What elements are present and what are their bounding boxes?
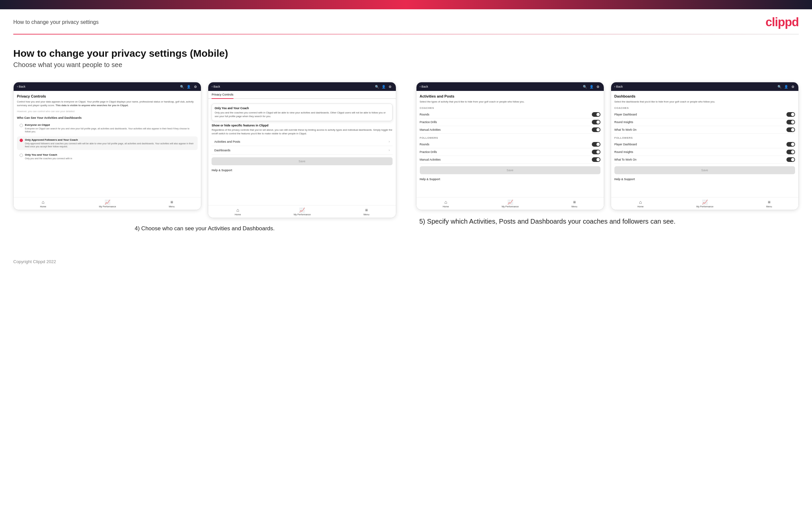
nav-activities-2[interactable]: Activities and Posts › [211, 137, 392, 146]
nav-performance-3[interactable]: 📈 My Performance [502, 200, 519, 208]
toggle-round-insights-followers-4: Round Insights [614, 148, 795, 156]
nav-home-4[interactable]: ⌂ Home [637, 200, 644, 208]
profile-icon-1[interactable]: 👤 [186, 84, 191, 89]
home-label-3: Home [443, 206, 449, 208]
breadcrumb: How to change your privacy settings [13, 19, 99, 25]
nav-menu-1[interactable]: ≡ Menu [169, 200, 175, 208]
profile-icon-3[interactable]: 👤 [589, 84, 594, 89]
nav-performance-1[interactable]: 📈 My Performance [99, 200, 116, 208]
toggle-manual-followers-switch-3[interactable] [592, 157, 601, 162]
option-everyone[interactable]: Everyone on Clippd Everyone on Clippd ca… [17, 121, 198, 135]
phone-bottom-nav-2: ⌂ Home 📈 My Performance ≡ Menu [208, 205, 396, 218]
search-icon-4[interactable]: 🔍 [777, 84, 782, 89]
dashboards-label-2: Dashboards [214, 149, 231, 152]
option-approved[interactable]: Only Approved Followers and Your Coach O… [17, 136, 198, 150]
performance-label-1: My Performance [99, 206, 116, 208]
screen3-col: ‹ Back 🔍 👤 ⚙ Activities and Posts Select… [416, 82, 604, 210]
phone-bottom-nav-1: ⌂ Home 📈 My Performance ≡ Menu [14, 197, 201, 210]
home-icon-4: ⌂ [639, 200, 642, 205]
work-on-coaches-label-4: What To Work On [614, 128, 637, 131]
rounds-coaches-label-3: Rounds [420, 113, 429, 116]
tooltip-title-2: Only You and Your Coach [214, 107, 389, 110]
screen1-col: ‹ Back 🔍 👤 ⚙ Privacy Controls Control ho… [13, 82, 201, 218]
toggle-work-on-followers-4: What To Work On [614, 156, 795, 164]
settings-icon-2[interactable]: ⚙ [388, 84, 393, 89]
toggle-rounds-coaches-switch-3[interactable] [592, 112, 601, 117]
back-button-3[interactable]: ‹ Back [420, 85, 428, 88]
help-label-4: Help & Support [614, 177, 795, 181]
phone-topbar-3: ‹ Back 🔍 👤 ⚙ [416, 82, 604, 91]
nav-menu-2[interactable]: ≡ Menu [364, 207, 370, 216]
performance-label-3: My Performance [502, 206, 519, 208]
nav-performance-4[interactable]: 📈 My Performance [697, 200, 713, 208]
search-icon-1[interactable]: 🔍 [180, 84, 184, 89]
search-icon-2[interactable]: 🔍 [374, 84, 379, 89]
phone-bottom-nav-4: ⌂ Home 📈 My Performance ≡ Menu [611, 197, 798, 210]
save-btn-3[interactable]: Save [420, 166, 601, 174]
toggle-drills-followers-switch-3[interactable] [592, 150, 601, 154]
nav-performance-2[interactable]: 📈 My Performance [294, 207, 310, 216]
profile-icon-2[interactable]: 👤 [381, 84, 386, 89]
settings-icon-3[interactable]: ⚙ [596, 84, 601, 89]
save-btn-4[interactable]: Save [614, 166, 795, 174]
phone-content-1: Privacy Controls Control how you and you… [14, 91, 201, 197]
nav-home-3[interactable]: ⌂ Home [443, 200, 449, 208]
profile-icon-4[interactable]: 👤 [784, 84, 789, 89]
toggle-round-insights-coaches-switch-4[interactable] [786, 120, 795, 124]
privacy-body-1: Control how you and your data appears to… [17, 100, 198, 107]
toggle-work-on-coaches-4: What To Work On [614, 126, 795, 134]
back-button-1[interactable]: ‹ Back [17, 85, 26, 88]
toggle-drills-coaches-switch-3[interactable] [592, 120, 601, 124]
phone-mockup-1: ‹ Back 🔍 👤 ⚙ Privacy Controls Control ho… [13, 82, 201, 210]
settings-icon-1[interactable]: ⚙ [193, 84, 198, 89]
followers-section-label-3: FOLLOWERS [420, 136, 601, 139]
toggle-player-dash-followers-switch-4[interactable] [786, 142, 795, 147]
toggle-work-on-followers-switch-4[interactable] [786, 157, 795, 162]
topbar-icons-4: 🔍 👤 ⚙ [777, 84, 795, 89]
tab-privacy-controls-2[interactable]: Privacy Controls [211, 91, 234, 99]
screenshots-layout: ‹ Back 🔍 👤 ⚙ Privacy Controls Control ho… [13, 82, 799, 233]
help-label-3: Help & Support [420, 177, 601, 181]
save-btn-2[interactable]: Save [211, 157, 392, 165]
toggle-player-dash-followers-4: Player Dashboard [614, 141, 795, 148]
radio-you-coach [19, 154, 23, 157]
page-title: How to change your privacy settings (Mob… [13, 48, 799, 59]
dashboards-desc: Select the dashboards that you'd like to… [614, 100, 795, 104]
option-you-coach-label: Only You and Your Coach [25, 153, 72, 156]
settings-icon-4[interactable]: ⚙ [791, 84, 795, 89]
performance-label-2: My Performance [294, 213, 310, 216]
menu-label-4: Menu [766, 206, 772, 208]
nav-dashboards-2[interactable]: Dashboards › [211, 146, 392, 155]
home-label-4: Home [637, 206, 644, 208]
toggle-rounds-followers-3: Rounds [420, 141, 601, 148]
phone-topbar-1: ‹ Back 🔍 👤 ⚙ [14, 82, 201, 91]
radio-approved [19, 139, 23, 142]
phone-content-4: Dashboards Select the dashboards that yo… [611, 91, 798, 197]
coaches-section-label-4: COACHES [614, 107, 795, 110]
radio-everyone [19, 124, 23, 127]
toggle-drills-coaches-3: Practice Drills [420, 118, 601, 126]
home-icon-3: ⌂ [444, 200, 447, 205]
nav-home-2[interactable]: ⌂ Home [235, 207, 241, 216]
back-button-2[interactable]: ‹ Back [211, 85, 220, 88]
toggle-player-dash-coaches-switch-4[interactable] [786, 112, 795, 117]
toggle-rounds-coaches-3: Rounds [420, 111, 601, 118]
back-button-4[interactable]: ‹ Back [614, 85, 623, 88]
logo: clippd [765, 15, 799, 29]
toggle-manual-coaches-switch-3[interactable] [592, 127, 601, 132]
round-insights-followers-label-4: Round Insights [614, 150, 633, 154]
toggle-work-on-coaches-switch-4[interactable] [786, 127, 795, 132]
nav-home-1[interactable]: ⌂ Home [40, 200, 46, 208]
toggle-player-dash-coaches-4: Player Dashboard [614, 111, 795, 118]
toggle-rounds-followers-switch-3[interactable] [592, 142, 601, 147]
option-you-coach-desc: Only you and the coaches you connect wit… [25, 157, 72, 160]
screen2-col: ‹ Back 🔍 👤 ⚙ Privacy Controls [208, 82, 396, 218]
right-pair: ‹ Back 🔍 👤 ⚙ Activities and Posts Select… [416, 82, 799, 233]
tooltip-box-2: Only You and Your Coach Only you and the… [211, 104, 392, 121]
nav-menu-4[interactable]: ≡ Menu [766, 200, 772, 208]
search-icon-3[interactable]: 🔍 [582, 84, 587, 89]
toggle-round-insights-followers-switch-4[interactable] [786, 150, 795, 154]
nav-menu-3[interactable]: ≡ Menu [571, 200, 577, 208]
option-everyone-desc: Everyone on Clippd can search for you an… [25, 127, 195, 133]
option-you-coach[interactable]: Only You and Your Coach Only you and the… [17, 151, 198, 162]
